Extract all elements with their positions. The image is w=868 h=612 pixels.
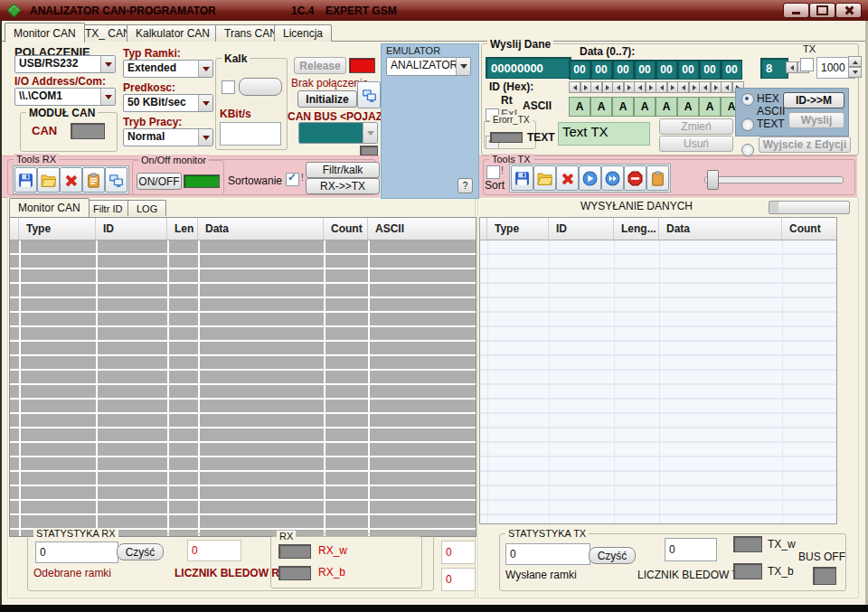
tx-paste-button[interactable] bbox=[646, 165, 669, 191]
sort-checkbox[interactable] bbox=[286, 173, 299, 186]
byte-spinner-1[interactable] bbox=[590, 81, 614, 93]
minimize-button[interactable] bbox=[783, 3, 809, 18]
ascii-radio[interactable] bbox=[741, 118, 754, 131]
interface-select[interactable]: USB/RS232 bbox=[14, 55, 116, 73]
work-mode-select[interactable]: Normal bbox=[123, 128, 213, 146]
send-id-input[interactable]: 00000000 bbox=[486, 57, 571, 79]
tab-licencja[interactable]: Licencja bbox=[274, 24, 332, 42]
tx-delete-button[interactable] bbox=[556, 165, 579, 191]
subtab-log[interactable]: LOG bbox=[127, 200, 166, 216]
tx-open-button[interactable] bbox=[533, 165, 556, 191]
frame-type-select[interactable]: Extended bbox=[123, 60, 213, 78]
rx-delete-button[interactable] bbox=[60, 167, 82, 193]
data-byte-5[interactable]: 00 bbox=[677, 60, 699, 80]
column-header[interactable]: Leng... bbox=[614, 218, 659, 240]
tx-save-button[interactable] bbox=[511, 165, 533, 191]
column-header[interactable]: Count bbox=[782, 218, 836, 240]
rx-table[interactable]: Type ID Len Data Count ASCII bbox=[9, 217, 476, 537]
kbits-input[interactable] bbox=[220, 122, 281, 146]
byte-spinner-5[interactable] bbox=[677, 81, 701, 93]
subtab-monitor-can[interactable]: Monitor CAN bbox=[9, 198, 90, 217]
sort-mark: ! bbox=[301, 173, 304, 183]
release-button[interactable]: Release bbox=[294, 57, 346, 74]
dlc-input[interactable]: 8 bbox=[760, 58, 788, 79]
column-header[interactable]: Len bbox=[167, 218, 198, 240]
change-button[interactable]: Zmień bbox=[659, 118, 733, 135]
ascii-byte-4[interactable]: A bbox=[656, 97, 677, 117]
tx-frames-count[interactable]: 0 bbox=[505, 543, 590, 565]
data-byte-7[interactable]: 00 bbox=[721, 60, 742, 80]
rx-open-button[interactable] bbox=[37, 167, 60, 193]
ascii-byte-5[interactable]: A bbox=[677, 97, 699, 117]
rx-clear-button[interactable]: Czyść bbox=[117, 543, 164, 560]
connect-screens-button[interactable] bbox=[357, 81, 381, 108]
tx-clear-button[interactable]: Czyść bbox=[589, 547, 636, 564]
tx-speed-slider-track[interactable] bbox=[704, 176, 844, 184]
rx-connect-button[interactable] bbox=[105, 167, 127, 193]
initialize-button[interactable]: Initialize bbox=[297, 90, 357, 108]
byte-spinner-6[interactable] bbox=[699, 81, 722, 93]
interval-spinner[interactable] bbox=[848, 56, 862, 78]
close-button[interactable] bbox=[835, 3, 862, 18]
speed-select[interactable]: 50 KBit/sec bbox=[123, 94, 213, 112]
data-byte-0[interactable]: 00 bbox=[569, 60, 590, 80]
delete-button[interactable]: Usuń bbox=[659, 136, 733, 152]
data-byte-3[interactable]: 00 bbox=[634, 60, 656, 80]
byte-spinner-2[interactable] bbox=[612, 81, 636, 93]
column-header[interactable]: Data bbox=[198, 218, 324, 240]
rx-save-button[interactable] bbox=[14, 167, 37, 193]
com-port-select[interactable]: \\.\COM1 bbox=[14, 88, 116, 106]
id-to-m-button[interactable]: ID->>M bbox=[783, 92, 844, 108]
rx-to-tx-button[interactable]: RX->>TX bbox=[306, 178, 380, 194]
ascii-byte-2[interactable]: A bbox=[612, 97, 634, 117]
filtr-kalk-button[interactable]: Filtr/kalk bbox=[306, 162, 380, 178]
tx-table[interactable]: Type ID Leng... Data Count bbox=[479, 217, 837, 524]
emulator-value: ANALIZATOR bbox=[387, 58, 456, 75]
column-header[interactable]: ID bbox=[96, 218, 167, 240]
tx-table-body[interactable] bbox=[480, 240, 836, 523]
canbus-select[interactable] bbox=[298, 122, 378, 144]
help-button[interactable]: ? bbox=[458, 178, 473, 193]
subtab-filtr-id[interactable]: Filtr ID bbox=[84, 200, 131, 216]
exit-edit-button[interactable]: Wyjscie z Edycji bbox=[759, 137, 851, 153]
hex-radio[interactable] bbox=[741, 93, 754, 106]
byte-spinner-3[interactable] bbox=[634, 81, 657, 93]
tab-monitor-can[interactable]: Monitor CAN bbox=[5, 23, 85, 42]
ascii-byte-0[interactable]: A bbox=[569, 97, 590, 117]
column-header[interactable]: ASCII bbox=[368, 218, 476, 240]
bus-off-indicator bbox=[813, 567, 836, 585]
data-byte-4[interactable]: 00 bbox=[656, 60, 677, 80]
rx-paste-button[interactable] bbox=[82, 167, 105, 193]
tx-sort-checkbox[interactable] bbox=[486, 165, 500, 179]
text-tx-input[interactable]: Text TX bbox=[558, 122, 650, 146]
data-byte-1[interactable]: 00 bbox=[590, 60, 612, 80]
tx-play-all-button[interactable] bbox=[601, 165, 624, 191]
ascii-byte-1[interactable]: A bbox=[590, 97, 612, 117]
kalk-button[interactable] bbox=[239, 78, 282, 96]
text-radio[interactable] bbox=[741, 144, 754, 156]
maximize-button[interactable] bbox=[809, 3, 835, 18]
save-icon bbox=[514, 171, 530, 186]
onoff-button[interactable]: ON/OFF bbox=[137, 173, 182, 190]
emulator-select[interactable]: ANALIZATOR bbox=[386, 57, 471, 76]
tx-cycle-checkbox[interactable] bbox=[800, 58, 814, 71]
column-header[interactable]: Count bbox=[324, 218, 368, 240]
data-byte-6[interactable]: 00 bbox=[699, 60, 721, 80]
tx-stop-button[interactable] bbox=[624, 165, 646, 191]
column-header[interactable]: Type bbox=[487, 218, 549, 240]
byte-spinner-0[interactable] bbox=[569, 81, 592, 93]
ascii-byte-6[interactable]: A bbox=[699, 97, 721, 117]
tx-speed-slider-handle[interactable] bbox=[707, 170, 719, 190]
byte-spinner-4[interactable] bbox=[656, 81, 679, 93]
rx-frames-count[interactable]: 0 bbox=[35, 541, 118, 563]
kalk-checkbox[interactable] bbox=[222, 80, 235, 94]
ascii-byte-3[interactable]: A bbox=[634, 97, 656, 117]
data-byte-2[interactable]: 00 bbox=[612, 60, 634, 80]
column-header[interactable]: ID bbox=[549, 218, 614, 240]
column-header[interactable]: Type bbox=[19, 218, 96, 240]
column-header[interactable]: Data bbox=[659, 218, 782, 240]
send-button[interactable]: Wyslij bbox=[788, 112, 844, 128]
rx-table-body[interactable] bbox=[10, 240, 476, 536]
tab-kalkulator-can[interactable]: Kalkulator CAN bbox=[127, 24, 219, 42]
tx-play-button[interactable] bbox=[579, 165, 601, 191]
